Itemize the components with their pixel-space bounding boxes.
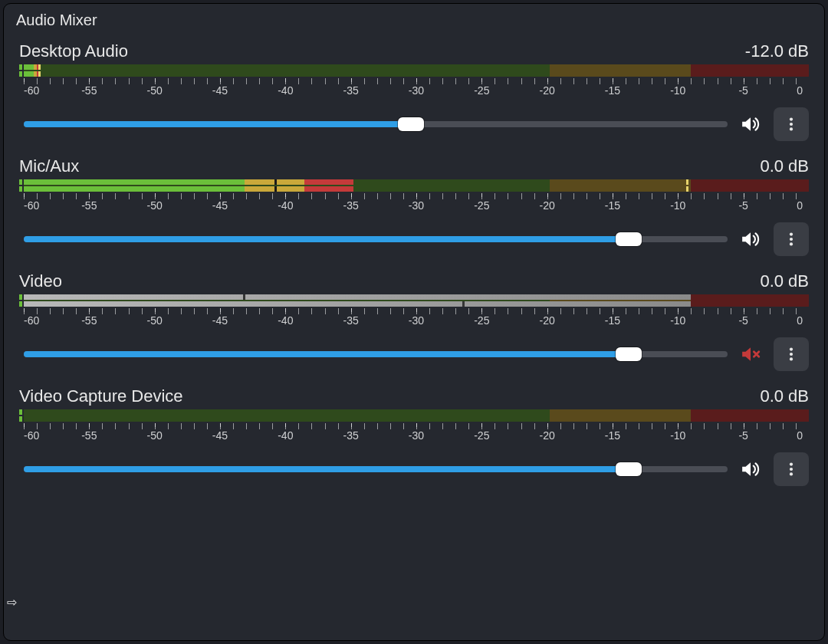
mute-button-muted[interactable] [738, 342, 763, 366]
level-meter [24, 179, 809, 193]
volume-row [19, 100, 809, 152]
peak-indicator [686, 186, 688, 192]
meter-bar-top [24, 409, 809, 415]
mute-button[interactable] [738, 112, 763, 136]
ruler-label: -60 [24, 199, 39, 212]
channel-label: Desktop Audio [19, 41, 128, 61]
ruler-label: -20 [540, 199, 555, 212]
peak-indicator [243, 294, 245, 300]
ruler-label: -60 [24, 429, 39, 442]
ruler-label: -60 [24, 314, 39, 327]
ruler-label: -25 [474, 84, 489, 97]
volume-slider[interactable] [24, 351, 728, 357]
ruler-label: -55 [81, 199, 97, 212]
peak-indicator-secondary [274, 186, 277, 192]
ruler-label: -30 [409, 84, 424, 97]
volume-thumb[interactable] [616, 462, 642, 476]
channel-desktop-audio: Desktop Audio-12.0 dB -60-55-50-45-40-35… [4, 37, 824, 152]
channel-options-button[interactable] [774, 107, 809, 141]
channel-options-button[interactable] [774, 337, 809, 371]
meter-bar-top [24, 294, 809, 300]
level-meter [24, 294, 809, 308]
channel-db-value: 0.0 dB [760, 271, 809, 291]
peak-indicator [462, 301, 465, 307]
ruler-label: -55 [81, 429, 97, 442]
speaker-icon [739, 229, 762, 249]
volume-row [19, 445, 809, 497]
ruler-label: -20 [540, 84, 555, 97]
ruler-label: -30 [409, 314, 424, 327]
speaker-muted-icon [739, 344, 762, 364]
ruler-label: -45 [212, 84, 228, 97]
db-ruler: -60-55-50-45-40-35-30-25-20-15-10-50 [24, 423, 809, 445]
meter-bar-top [24, 64, 809, 70]
ruler-label: -35 [343, 199, 359, 212]
level-meter [24, 64, 809, 78]
ruler-label: -40 [278, 314, 293, 327]
volume-row [19, 330, 809, 382]
ruler-label: -30 [409, 199, 424, 212]
panel-title: Audio Mixer [4, 10, 824, 37]
db-ruler: -60-55-50-45-40-35-30-25-20-15-10-50 [24, 193, 809, 215]
channel-options-button[interactable] [774, 222, 809, 256]
ruler-label: -45 [212, 199, 228, 212]
level-meter [24, 409, 809, 423]
ruler-label: -15 [605, 199, 620, 212]
volume-slider[interactable] [24, 466, 728, 472]
volume-thumb[interactable] [616, 232, 642, 246]
volume-thumb[interactable] [398, 117, 424, 131]
ruler-label: 0 [797, 199, 803, 212]
ruler-label: -40 [278, 199, 293, 212]
ruler-label: -10 [670, 84, 685, 97]
ruler-label: -5 [738, 429, 748, 442]
channel-db-value: 0.0 dB [760, 386, 809, 406]
ruler-label: -40 [278, 429, 293, 442]
ruler-label: -5 [738, 84, 748, 97]
volume-thumb[interactable] [616, 347, 642, 361]
channel-label: Mic/Aux [19, 156, 79, 176]
mute-button[interactable] [738, 457, 763, 481]
peak-indicator [38, 71, 41, 77]
ruler-label: -10 [670, 199, 685, 212]
ruler-label: -40 [278, 84, 293, 97]
ruler-label: -55 [81, 314, 97, 327]
volume-slider[interactable] [24, 236, 728, 242]
ruler-label: -45 [212, 314, 228, 327]
ruler-label: 0 [797, 429, 803, 442]
mute-button[interactable] [738, 227, 763, 251]
speaker-icon [739, 459, 762, 479]
db-ruler: -60-55-50-45-40-35-30-25-20-15-10-50 [24, 78, 809, 100]
peak-indicator [686, 179, 688, 185]
channel-options-button[interactable] [774, 452, 809, 486]
channel-video-capture: Video Capture Device0.0 dB -60-55-50-45-… [4, 382, 824, 497]
peak-indicator [38, 64, 41, 70]
ruler-label: -5 [738, 199, 748, 212]
ruler-label: -15 [605, 429, 620, 442]
db-ruler: -60-55-50-45-40-35-30-25-20-15-10-50 [24, 308, 809, 330]
meter-bar-bot [24, 71, 809, 77]
channel-label: Video [19, 271, 62, 291]
vertical-dots-icon [783, 459, 800, 479]
ruler-label: -15 [605, 84, 620, 97]
peak-indicator-secondary [274, 179, 277, 185]
ruler-label: -25 [474, 199, 489, 212]
vertical-dots-icon [783, 114, 800, 134]
ruler-label: -10 [670, 314, 685, 327]
channel-db-value: 0.0 dB [760, 156, 809, 176]
ruler-label: -5 [738, 314, 748, 327]
ruler-label: -55 [81, 84, 97, 97]
ruler-label: 0 [797, 314, 803, 327]
ruler-label: -50 [147, 429, 163, 442]
meter-bar-bot [24, 186, 809, 192]
ruler-label: -25 [474, 429, 489, 442]
ruler-label: -50 [147, 314, 163, 327]
ruler-label: -20 [540, 314, 555, 327]
speaker-icon [739, 114, 762, 134]
ruler-label: -50 [147, 199, 163, 212]
channel-mic-aux: Mic/Aux0.0 dB -60-55-50-45-40-35-30-25-2… [4, 152, 824, 267]
ruler-label: -45 [212, 429, 228, 442]
channel-label: Video Capture Device [19, 386, 183, 406]
ruler-label: -10 [670, 429, 685, 442]
resize-handle-icon: ⇨ [7, 595, 17, 610]
volume-slider[interactable] [24, 121, 728, 127]
